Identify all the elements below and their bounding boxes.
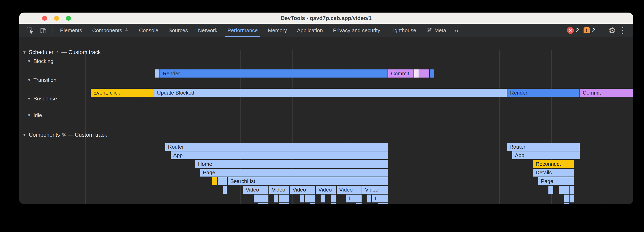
collapse-triangle-icon[interactable]: ▼ [27, 78, 31, 82]
gridline [448, 50, 448, 204]
tab-performance[interactable]: Performance [222, 24, 263, 37]
flame-bar-details[interactable]: Details [533, 169, 574, 177]
tab-memory[interactable]: Memory [263, 24, 292, 37]
tab-meta[interactable]: Meta [421, 24, 451, 37]
flame-bar[interactable] [218, 177, 227, 185]
flame-bar[interactable] [414, 69, 418, 78]
tab-elements[interactable]: Elements [55, 24, 87, 37]
lane-label-blocking[interactable]: ▼Blocking [27, 58, 53, 64]
flame-bar[interactable] [331, 203, 336, 204]
device-toolbar-icon[interactable] [38, 25, 49, 36]
flame-bar-render[interactable]: Render [160, 69, 388, 78]
flame-bar-video[interactable]: Video [269, 186, 289, 194]
flame-bar[interactable] [548, 186, 553, 194]
flame-bar[interactable] [300, 195, 304, 203]
tab-application[interactable]: Application [292, 24, 328, 37]
toolbar-separator [602, 26, 602, 34]
gridline [603, 50, 604, 204]
tab-network[interactable]: Network [193, 24, 222, 37]
flame-bar-l-[interactable]: L… [372, 195, 388, 203]
flame-bar[interactable] [212, 177, 217, 185]
flame-bar-video[interactable]: Video [316, 186, 336, 194]
tab-sources[interactable]: Sources [164, 24, 193, 37]
tab-label: Performance [228, 27, 258, 34]
settings-gear-icon[interactable]: ⚙ [608, 26, 616, 34]
flame-bar[interactable] [378, 203, 388, 204]
flame-bar-update-blocked[interactable]: Update Blocked [154, 89, 507, 97]
flame-bar[interactable] [279, 195, 289, 203]
flame-bar-commit[interactable]: Commit [580, 89, 633, 97]
flame-bar-l-[interactable]: L… [254, 195, 268, 203]
lane-label-text: Transition [34, 77, 56, 83]
flame-bar-page[interactable]: Page [200, 169, 388, 177]
lane-label-text: Blocking [34, 58, 53, 64]
flame-bar-video[interactable]: Video [336, 186, 362, 194]
flame-bar-video[interactable]: Video [362, 186, 388, 194]
tab-privacy-and-security[interactable]: Privacy and security [328, 24, 385, 37]
flame-bar[interactable] [310, 203, 315, 204]
inspect-icon[interactable] [24, 25, 36, 36]
screenshot-canvas: DevTools - qsvd7p.csb.app/video/1 [0, 0, 644, 232]
tab-console[interactable]: Console [134, 24, 163, 37]
error-badge[interactable]: × 2 [567, 27, 579, 34]
flame-bar[interactable] [430, 69, 434, 78]
flame-bar[interactable] [419, 69, 429, 78]
flame-bar-page[interactable]: Page [538, 177, 574, 185]
collapse-triangle-icon[interactable]: ▼ [27, 97, 31, 101]
more-options-icon[interactable] [620, 27, 625, 34]
lane-label-transition[interactable]: ▼Transition [27, 77, 56, 83]
flame-bar-commit[interactable]: Commit [388, 69, 414, 78]
flame-bar[interactable] [570, 186, 574, 194]
flame-bar-video[interactable]: Video [290, 186, 315, 194]
window-titlebar: DevTools - qsvd7p.csb.app/video/1 [19, 12, 633, 24]
tab-label: Application [297, 27, 323, 34]
flame-bar[interactable] [356, 203, 362, 204]
flame-bar-event-click[interactable]: Event: click [91, 89, 154, 97]
flame-bar-l-[interactable]: L… [346, 195, 362, 203]
flame-bar[interactable] [305, 195, 315, 203]
performance-flame-chart[interactable]: ▼Scheduler ⚛ — Custom track▼Blocking▼Tra… [19, 37, 633, 204]
flame-bar[interactable] [320, 195, 325, 203]
flame-bar[interactable] [559, 186, 569, 194]
collapse-triangle-icon[interactable]: ▼ [27, 113, 31, 117]
track-header[interactable]: ▼Scheduler ⚛ — Custom track [22, 49, 101, 55]
flame-bar-render[interactable]: Render [508, 89, 580, 97]
tab-label: Memory [268, 27, 287, 34]
flame-bar[interactable] [570, 195, 574, 203]
flame-bar[interactable] [367, 195, 371, 203]
collapse-triangle-icon[interactable]: ▼ [22, 133, 26, 137]
flame-bar[interactable] [274, 195, 278, 203]
tab-components[interactable]: Components⚛ [87, 24, 134, 37]
flame-bar-reconnect[interactable]: Reconnect [533, 160, 574, 168]
lane-label-idle[interactable]: ▼Idle [27, 112, 42, 118]
flame-bar[interactable] [155, 69, 160, 78]
flame-bar-app[interactable]: App [512, 151, 580, 159]
flame-bar-searchlist[interactable]: SearchList [228, 177, 388, 185]
flame-bar-home[interactable]: Home [196, 160, 388, 168]
flame-bar[interactable] [564, 203, 569, 204]
more-tabs-chevron[interactable]: » [451, 24, 462, 37]
tab-label: Elements [60, 27, 82, 34]
gridline [85, 50, 86, 204]
tab-label: Components [92, 27, 122, 34]
window-title: DevTools - qsvd7p.csb.app/video/1 [19, 12, 633, 24]
collapse-triangle-icon[interactable]: ▼ [22, 50, 26, 55]
flame-bar[interactable] [279, 203, 289, 204]
flame-bar-router[interactable]: Router [507, 143, 580, 151]
flame-bar[interactable] [223, 186, 227, 194]
collapse-triangle-icon[interactable]: ▼ [27, 59, 31, 64]
flame-bar[interactable] [258, 203, 268, 204]
flame-bar-router[interactable]: Router [165, 143, 388, 151]
warning-badge[interactable]: ! 2 [584, 27, 595, 34]
tab-label: Network [198, 27, 217, 34]
flame-bar-app[interactable]: App [171, 151, 388, 159]
error-count: 2 [576, 27, 579, 34]
lane-label-suspense[interactable]: ▼Suspense [27, 96, 57, 102]
flame-bar[interactable] [331, 195, 336, 203]
flame-bar-video[interactable]: Video [243, 186, 268, 194]
track-header[interactable]: ▼Components ⚛ — Custom track [22, 131, 107, 138]
track-header-label: Components ⚛ — Custom track [29, 132, 107, 138]
tab-lighthouse[interactable]: Lighthouse [385, 24, 421, 37]
toolbar-left [19, 24, 55, 37]
flame-bar[interactable] [564, 195, 569, 203]
